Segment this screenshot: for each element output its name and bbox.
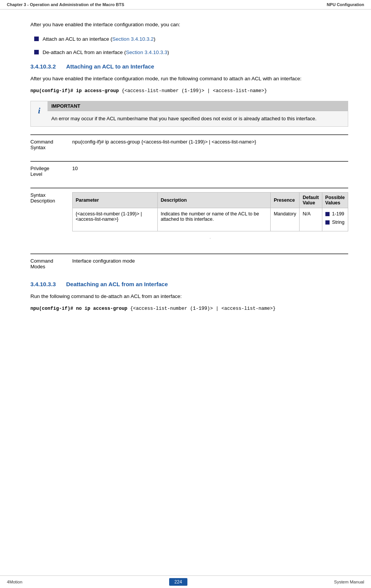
bullet-text-1: Attach an ACL to an interface (Section 3… [43, 35, 155, 43]
important-header: IMPORTANT [48, 101, 348, 111]
command-modes-label: CommandModes [30, 254, 72, 273]
code-block-2: npu(config-if)# no ip access-group {<acc… [30, 305, 348, 312]
command-modes-table: CommandModes Interface configuration mod… [30, 253, 348, 273]
col-default-value: DefaultValue [300, 192, 322, 208]
privilege-level-row: PrivilegeLevel 10 [30, 161, 348, 181]
pv-item-1: 1-199 [325, 211, 345, 217]
command-syntax-table: CommandSyntax npu(config-if)# ip access-… [30, 134, 348, 154]
list-item: De-attach an ACL from an interface (Sect… [34, 49, 348, 56]
intro-paragraph: After you have enabled the interface con… [30, 21, 348, 29]
link-section-3-4-10-3-2[interactable]: Section 3.4.10.3.2 [112, 36, 154, 42]
cell-default: N/A [300, 208, 322, 231]
pv-text-2: String [332, 220, 345, 225]
important-box: i IMPORTANT An error may occur if the AC… [30, 101, 348, 127]
section-number-1: 3.4.10.3.2 [30, 63, 61, 70]
table-row: {<access-list-number (1-199)> | <access-… [73, 208, 348, 231]
header-section: NPU Configuration [327, 2, 364, 7]
main-content: After you have enabled the interface con… [0, 10, 371, 330]
bullet-icon [34, 50, 39, 54]
important-text: An error may occur if the ACL number/nam… [48, 111, 348, 126]
bullet-icon [34, 37, 39, 41]
bullet-list: Attach an ACL to an interface (Section 3… [34, 35, 348, 56]
footer-right: System Manual [334, 580, 364, 584]
pv-bullet-2 [325, 220, 330, 225]
section1-intro: After you have enabled the interface con… [30, 75, 348, 83]
pv-bullet-1 [325, 212, 330, 216]
link-section-3-4-10-3-3[interactable]: Section 3.4.10.3.3 [126, 49, 167, 55]
syntax-description-table: SyntaxDescription Parameter Description … [30, 188, 348, 247]
section-title-1: Attaching an ACL to an Interface [66, 63, 154, 70]
cell-possible-values: 1-199 String [322, 208, 348, 231]
syntax-description-row: SyntaxDescription Parameter Description … [30, 188, 348, 247]
command-modes-row: CommandModes Interface configuration mod… [30, 254, 348, 273]
syntax-inner-table: Parameter Description Presence DefaultVa… [72, 192, 348, 231]
command-syntax-row: CommandSyntax npu(config-if)# ip access-… [30, 135, 348, 154]
section-title-2: Deattaching an ACL from an Interface [66, 281, 168, 287]
privilege-level-label: PrivilegeLevel [30, 161, 72, 181]
section-number-2: 3.4.10.3.3 [30, 281, 61, 287]
code-bold-2: npu(config-if)# no ip access-group [30, 306, 127, 311]
page-header: Chapter 3 - Operation and Administration… [0, 0, 371, 10]
footer-left: 4Motion [7, 580, 22, 584]
list-item: Attach an ACL to an interface (Section 3… [34, 35, 348, 43]
code-rest-2: {<access-list-number (1-199)> | <access-… [127, 306, 276, 311]
header-chapter: Chapter 3 - Operation and Administration… [7, 2, 124, 7]
code-block-1: npu(config-if)# ip access-group {<access… [30, 87, 348, 95]
section2-intro: Run the following command to de-attach a… [30, 293, 348, 300]
pv-item-2: String [325, 220, 345, 225]
col-parameter: Parameter [73, 192, 158, 208]
col-presence: Presence [271, 192, 300, 208]
important-content: IMPORTANT An error may occur if the ACL … [48, 101, 348, 126]
dot-divider: . [72, 234, 348, 240]
syntax-table-header: Parameter Description Presence DefaultVa… [73, 192, 348, 208]
page-number: 224 [169, 578, 187, 586]
code-bold-1: npu(config-if)# ip access-group [30, 88, 119, 94]
cell-presence: Mandatory [271, 208, 300, 231]
code-rest-1: {<access-list-number (1-199)> | <access-… [119, 88, 267, 94]
possible-values-list: 1-199 String [325, 211, 345, 225]
privilege-level-table: PrivilegeLevel 10 [30, 161, 348, 181]
section-3-4-10-3-3-heading: 3.4.10.3.3 Deattaching an ACL from an In… [30, 281, 348, 287]
col-possible-values: PossibleValues [322, 192, 348, 208]
cell-description: Indicates the number or name of the ACL … [157, 208, 270, 231]
syntax-description-label: SyntaxDescription [30, 188, 72, 247]
command-modes-value: Interface configuration mode [72, 254, 348, 273]
cell-parameter: {<access-list-number (1-199)> | <access-… [73, 208, 158, 231]
privilege-level-value: 10 [72, 161, 348, 181]
col-description: Description [157, 192, 270, 208]
important-icon: i [31, 101, 48, 120]
bullet-text-2: De-attach an ACL from an interface (Sect… [43, 49, 169, 56]
command-syntax-value: npu(config-if)# ip access-group {<access… [72, 135, 348, 154]
command-syntax-label: CommandSyntax [30, 135, 72, 154]
pv-text-1: 1-199 [332, 211, 344, 217]
syntax-description-content: Parameter Description Presence DefaultVa… [72, 188, 348, 247]
section-3-4-10-3-2-heading: 3.4.10.3.2 Attaching an ACL to an Interf… [30, 63, 348, 70]
page-footer: 4Motion 224 System Manual [0, 575, 371, 588]
